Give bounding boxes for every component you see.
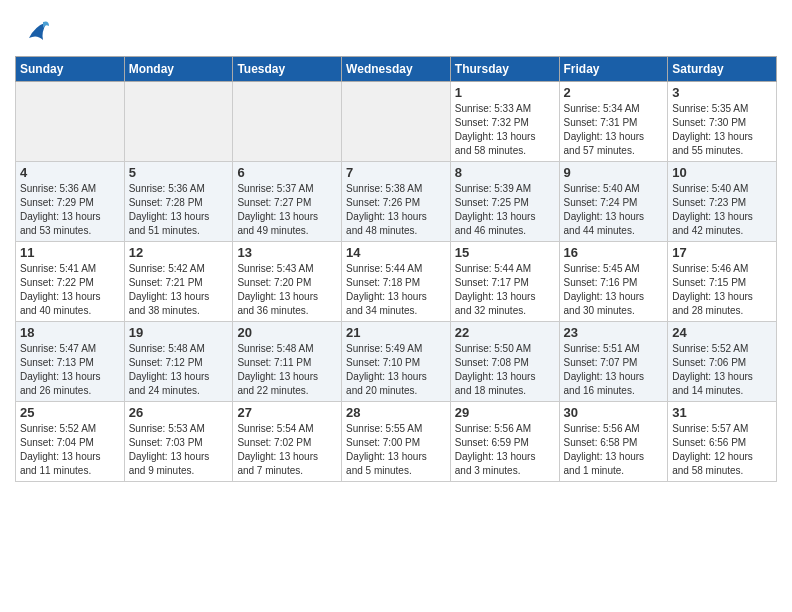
calendar-day-cell: 2Sunrise: 5:34 AM Sunset: 7:31 PM Daylig…: [559, 82, 668, 162]
day-detail: Sunrise: 5:56 AM Sunset: 6:59 PM Dayligh…: [455, 422, 555, 478]
day-number: 27: [237, 405, 337, 420]
calendar-day-cell: 7Sunrise: 5:38 AM Sunset: 7:26 PM Daylig…: [342, 162, 451, 242]
calendar-empty-cell: [124, 82, 233, 162]
weekday-header-tuesday: Tuesday: [233, 57, 342, 82]
calendar-week-row: 4Sunrise: 5:36 AM Sunset: 7:29 PM Daylig…: [16, 162, 777, 242]
calendar-table: SundayMondayTuesdayWednesdayThursdayFrid…: [15, 56, 777, 482]
day-number: 20: [237, 325, 337, 340]
day-detail: Sunrise: 5:41 AM Sunset: 7:22 PM Dayligh…: [20, 262, 120, 318]
logo: [15, 10, 51, 50]
day-number: 31: [672, 405, 772, 420]
calendar-day-cell: 22Sunrise: 5:50 AM Sunset: 7:08 PM Dayli…: [450, 322, 559, 402]
day-detail: Sunrise: 5:36 AM Sunset: 7:28 PM Dayligh…: [129, 182, 229, 238]
day-detail: Sunrise: 5:44 AM Sunset: 7:17 PM Dayligh…: [455, 262, 555, 318]
day-number: 30: [564, 405, 664, 420]
day-detail: Sunrise: 5:52 AM Sunset: 7:04 PM Dayligh…: [20, 422, 120, 478]
day-number: 7: [346, 165, 446, 180]
day-detail: Sunrise: 5:46 AM Sunset: 7:15 PM Dayligh…: [672, 262, 772, 318]
calendar-day-cell: 31Sunrise: 5:57 AM Sunset: 6:56 PM Dayli…: [668, 402, 777, 482]
calendar-day-cell: 19Sunrise: 5:48 AM Sunset: 7:12 PM Dayli…: [124, 322, 233, 402]
calendar-day-cell: 24Sunrise: 5:52 AM Sunset: 7:06 PM Dayli…: [668, 322, 777, 402]
day-detail: Sunrise: 5:57 AM Sunset: 6:56 PM Dayligh…: [672, 422, 772, 478]
day-detail: Sunrise: 5:56 AM Sunset: 6:58 PM Dayligh…: [564, 422, 664, 478]
day-number: 23: [564, 325, 664, 340]
day-detail: Sunrise: 5:38 AM Sunset: 7:26 PM Dayligh…: [346, 182, 446, 238]
day-number: 1: [455, 85, 555, 100]
day-detail: Sunrise: 5:52 AM Sunset: 7:06 PM Dayligh…: [672, 342, 772, 398]
calendar-day-cell: 9Sunrise: 5:40 AM Sunset: 7:24 PM Daylig…: [559, 162, 668, 242]
day-number: 25: [20, 405, 120, 420]
day-number: 28: [346, 405, 446, 420]
calendar-week-row: 25Sunrise: 5:52 AM Sunset: 7:04 PM Dayli…: [16, 402, 777, 482]
calendar-day-cell: 15Sunrise: 5:44 AM Sunset: 7:17 PM Dayli…: [450, 242, 559, 322]
calendar-day-cell: 20Sunrise: 5:48 AM Sunset: 7:11 PM Dayli…: [233, 322, 342, 402]
day-number: 11: [20, 245, 120, 260]
calendar-day-cell: 14Sunrise: 5:44 AM Sunset: 7:18 PM Dayli…: [342, 242, 451, 322]
day-detail: Sunrise: 5:35 AM Sunset: 7:30 PM Dayligh…: [672, 102, 772, 158]
day-number: 8: [455, 165, 555, 180]
day-detail: Sunrise: 5:51 AM Sunset: 7:07 PM Dayligh…: [564, 342, 664, 398]
calendar-day-cell: 21Sunrise: 5:49 AM Sunset: 7:10 PM Dayli…: [342, 322, 451, 402]
day-detail: Sunrise: 5:33 AM Sunset: 7:32 PM Dayligh…: [455, 102, 555, 158]
day-detail: Sunrise: 5:55 AM Sunset: 7:00 PM Dayligh…: [346, 422, 446, 478]
day-detail: Sunrise: 5:48 AM Sunset: 7:11 PM Dayligh…: [237, 342, 337, 398]
calendar-day-cell: 3Sunrise: 5:35 AM Sunset: 7:30 PM Daylig…: [668, 82, 777, 162]
calendar-day-cell: 1Sunrise: 5:33 AM Sunset: 7:32 PM Daylig…: [450, 82, 559, 162]
calendar-day-cell: 23Sunrise: 5:51 AM Sunset: 7:07 PM Dayli…: [559, 322, 668, 402]
day-detail: Sunrise: 5:40 AM Sunset: 7:24 PM Dayligh…: [564, 182, 664, 238]
calendar-header-row: SundayMondayTuesdayWednesdayThursdayFrid…: [16, 57, 777, 82]
day-number: 29: [455, 405, 555, 420]
day-number: 21: [346, 325, 446, 340]
weekday-header-monday: Monday: [124, 57, 233, 82]
day-number: 13: [237, 245, 337, 260]
calendar-day-cell: 12Sunrise: 5:42 AM Sunset: 7:21 PM Dayli…: [124, 242, 233, 322]
day-number: 18: [20, 325, 120, 340]
day-detail: Sunrise: 5:49 AM Sunset: 7:10 PM Dayligh…: [346, 342, 446, 398]
calendar-day-cell: 16Sunrise: 5:45 AM Sunset: 7:16 PM Dayli…: [559, 242, 668, 322]
calendar-day-cell: 11Sunrise: 5:41 AM Sunset: 7:22 PM Dayli…: [16, 242, 125, 322]
day-detail: Sunrise: 5:42 AM Sunset: 7:21 PM Dayligh…: [129, 262, 229, 318]
calendar-day-cell: 27Sunrise: 5:54 AM Sunset: 7:02 PM Dayli…: [233, 402, 342, 482]
weekday-header-friday: Friday: [559, 57, 668, 82]
calendar-day-cell: 8Sunrise: 5:39 AM Sunset: 7:25 PM Daylig…: [450, 162, 559, 242]
calendar-day-cell: 6Sunrise: 5:37 AM Sunset: 7:27 PM Daylig…: [233, 162, 342, 242]
day-number: 22: [455, 325, 555, 340]
day-number: 26: [129, 405, 229, 420]
day-detail: Sunrise: 5:50 AM Sunset: 7:08 PM Dayligh…: [455, 342, 555, 398]
day-detail: Sunrise: 5:47 AM Sunset: 7:13 PM Dayligh…: [20, 342, 120, 398]
day-number: 4: [20, 165, 120, 180]
calendar-day-cell: 13Sunrise: 5:43 AM Sunset: 7:20 PM Dayli…: [233, 242, 342, 322]
calendar-day-cell: 5Sunrise: 5:36 AM Sunset: 7:28 PM Daylig…: [124, 162, 233, 242]
day-number: 2: [564, 85, 664, 100]
day-detail: Sunrise: 5:34 AM Sunset: 7:31 PM Dayligh…: [564, 102, 664, 158]
calendar-empty-cell: [16, 82, 125, 162]
day-detail: Sunrise: 5:36 AM Sunset: 7:29 PM Dayligh…: [20, 182, 120, 238]
calendar-day-cell: 28Sunrise: 5:55 AM Sunset: 7:00 PM Dayli…: [342, 402, 451, 482]
calendar-day-cell: 4Sunrise: 5:36 AM Sunset: 7:29 PM Daylig…: [16, 162, 125, 242]
day-detail: Sunrise: 5:37 AM Sunset: 7:27 PM Dayligh…: [237, 182, 337, 238]
weekday-header-thursday: Thursday: [450, 57, 559, 82]
day-number: 12: [129, 245, 229, 260]
day-number: 3: [672, 85, 772, 100]
day-detail: Sunrise: 5:45 AM Sunset: 7:16 PM Dayligh…: [564, 262, 664, 318]
calendar-day-cell: 25Sunrise: 5:52 AM Sunset: 7:04 PM Dayli…: [16, 402, 125, 482]
weekday-header-saturday: Saturday: [668, 57, 777, 82]
day-number: 14: [346, 245, 446, 260]
day-detail: Sunrise: 5:40 AM Sunset: 7:23 PM Dayligh…: [672, 182, 772, 238]
day-number: 15: [455, 245, 555, 260]
day-number: 10: [672, 165, 772, 180]
logo-bird-icon: [21, 18, 51, 50]
calendar-week-row: 18Sunrise: 5:47 AM Sunset: 7:13 PM Dayli…: [16, 322, 777, 402]
weekday-header-wednesday: Wednesday: [342, 57, 451, 82]
day-detail: Sunrise: 5:48 AM Sunset: 7:12 PM Dayligh…: [129, 342, 229, 398]
day-number: 6: [237, 165, 337, 180]
calendar-week-row: 11Sunrise: 5:41 AM Sunset: 7:22 PM Dayli…: [16, 242, 777, 322]
calendar-empty-cell: [342, 82, 451, 162]
calendar-day-cell: 30Sunrise: 5:56 AM Sunset: 6:58 PM Dayli…: [559, 402, 668, 482]
calendar-day-cell: 17Sunrise: 5:46 AM Sunset: 7:15 PM Dayli…: [668, 242, 777, 322]
weekday-header-sunday: Sunday: [16, 57, 125, 82]
calendar-day-cell: 18Sunrise: 5:47 AM Sunset: 7:13 PM Dayli…: [16, 322, 125, 402]
day-detail: Sunrise: 5:39 AM Sunset: 7:25 PM Dayligh…: [455, 182, 555, 238]
day-number: 24: [672, 325, 772, 340]
day-number: 19: [129, 325, 229, 340]
